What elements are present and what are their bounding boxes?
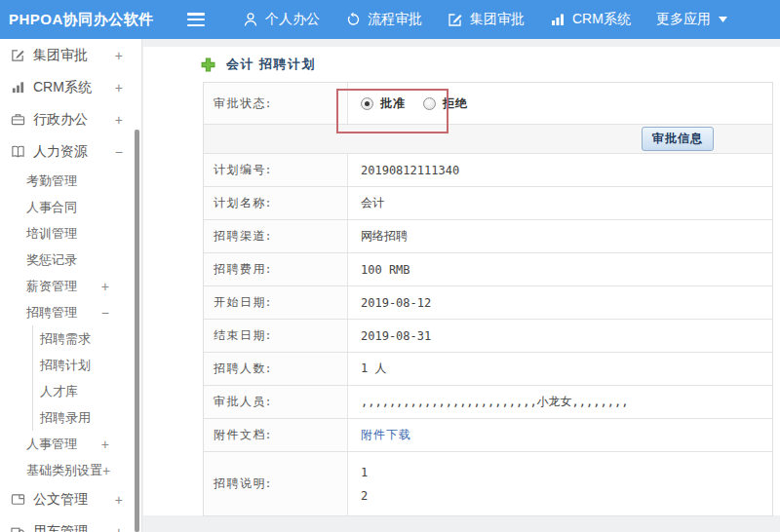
field-value: 1 2: [348, 452, 772, 515]
field-label: 审批状态:: [204, 83, 348, 124]
user-icon: [243, 12, 258, 27]
sidebar-item-base-category[interactable]: 基础类别设置 +: [0, 457, 141, 483]
field-value: 1 人: [348, 353, 772, 385]
field-label: 开始日期:: [204, 286, 348, 319]
table-row: 附件文档: 附件下载: [204, 419, 772, 452]
field-label: 审批人员:: [204, 386, 348, 418]
page-title: 会计 招聘计划: [226, 56, 316, 73]
sidebar-item-salary[interactable]: 薪资管理 +: [0, 273, 141, 299]
sidebar-item-personnel-mgmt[interactable]: 人事管理 +: [0, 431, 141, 457]
sidebar-item-recruit-hire[interactable]: 招聘录用: [33, 404, 141, 431]
field-label: 计划编号:: [204, 154, 348, 186]
breadcrumb: 会计 招聘计划: [201, 56, 316, 73]
edit-icon: [448, 12, 463, 27]
field-value: 100 RMB: [348, 253, 772, 285]
expand-icon[interactable]: +: [115, 112, 123, 128]
radio-approve[interactable]: [361, 97, 373, 110]
nav-label: CRM系统: [572, 11, 631, 28]
main-content: 会计 招聘计划 审批状态: 批准 拒绝 审批信息: [143, 39, 780, 532]
table-row: 审批人员: ,,,,,,,,,,,,,,,,,,,,,,,,,小龙女,,,,,,…: [204, 386, 772, 419]
field-value: 会计: [348, 187, 772, 219]
field-label: 计划名称:: [204, 187, 348, 219]
button-row: 审批信息: [204, 125, 772, 154]
sidebar-item-crm[interactable]: CRM系统 +: [0, 71, 141, 103]
app-window: PHPOA协同办公软件 个人办公 流程审批: [0, 0, 780, 532]
expand-icon[interactable]: +: [115, 48, 123, 63]
radio-reject-label[interactable]: 拒绝: [443, 95, 468, 112]
field-label: 附件文档:: [204, 419, 348, 451]
sidebar-item-group-approval[interactable]: 集团审批 +: [0, 39, 141, 71]
detail-table: 审批状态: 批准 拒绝 审批信息 计划编号: 20190812111340: [203, 82, 773, 516]
status-row: 审批状态: 批准 拒绝: [204, 83, 772, 125]
attachment-download-link[interactable]: 附件下载: [361, 427, 411, 443]
sidebar-item-recruit-demand[interactable]: 招聘需求: [33, 325, 141, 352]
menu-toggle-icon[interactable]: [187, 13, 205, 26]
sidebar-scrollbar[interactable]: [135, 130, 139, 532]
sidebar-item-documents[interactable]: 公文管理 +: [0, 483, 141, 515]
radio-reject[interactable]: [423, 97, 436, 110]
sidebar-item-hr[interactable]: 人力资源 −: [0, 135, 141, 168]
collapse-icon[interactable]: −: [115, 144, 123, 160]
app-logo: PHPOA协同办公软件: [0, 11, 187, 29]
description-line: 2: [361, 484, 368, 508]
nav-workflow-approval[interactable]: 流程审批: [332, 0, 435, 39]
field-label: 招聘说明:: [204, 452, 348, 515]
sidebar-item-admin-office[interactable]: 行政办公 +: [0, 103, 141, 135]
sidebar-item-recruit-mgmt[interactable]: 招聘管理 −: [0, 299, 141, 325]
nav-more-apps[interactable]: 更多应用: [644, 0, 747, 39]
description-line: 1: [361, 461, 368, 484]
expand-icon[interactable]: +: [102, 463, 110, 478]
sidebar-item-training[interactable]: 培训管理: [0, 220, 141, 247]
flow-icon: [345, 12, 361, 27]
sidebar-item-hr-contract[interactable]: 人事合同: [0, 194, 141, 220]
sidebar-item-attendance[interactable]: 考勤管理: [0, 168, 141, 194]
field-value: ,,,,,,,,,,,,,,,,,,,,,,,,,小龙女,,,,,,,,: [348, 386, 772, 418]
sidebar-item-rewards[interactable]: 奖惩记录: [0, 247, 141, 273]
expand-icon[interactable]: +: [101, 437, 109, 452]
field-label: 招聘费用:: [204, 253, 348, 285]
document-icon: [11, 492, 26, 507]
table-row: 结束日期: 2019-08-31: [204, 320, 772, 353]
edit-icon: [11, 48, 26, 62]
caret-down-icon: [719, 17, 727, 22]
table-row: 招聘说明: 1 2: [204, 452, 772, 516]
nav-crm-system[interactable]: CRM系统: [537, 0, 644, 39]
collapse-icon[interactable]: −: [101, 305, 109, 321]
chart-icon: [11, 80, 26, 95]
nav-label: 集团审批: [470, 11, 525, 28]
table-row: 招聘人数: 1 人: [204, 353, 772, 386]
nav-group-approval[interactable]: 集团审批: [435, 0, 537, 39]
sidebar-item-recruit-plan[interactable]: 招聘计划: [33, 352, 141, 378]
briefcase-icon: [11, 112, 26, 127]
expand-icon[interactable]: +: [115, 80, 123, 95]
top-header: PHPOA协同办公软件 个人办公 流程审批: [0, 0, 780, 39]
table-row: 计划编号: 20190812111340: [204, 154, 772, 187]
recruit-submenu: 招聘需求 招聘计划 人才库 招聘录用: [32, 325, 141, 431]
nav-personal-office[interactable]: 个人办公: [230, 0, 332, 39]
sidebar: 集团审批 + CRM系统 + 行政办公 + 人力资源 − 考勤管理: [0, 39, 142, 532]
field-value: 附件下载: [348, 419, 772, 451]
expand-icon[interactable]: +: [101, 279, 109, 294]
expand-icon[interactable]: +: [115, 524, 123, 532]
field-label: 结束日期:: [204, 320, 348, 352]
sidebar-item-vehicle[interactable]: 用车管理 +: [0, 515, 141, 532]
expand-icon[interactable]: +: [115, 492, 123, 508]
status-options: 批准 拒绝: [348, 83, 772, 124]
sidebar-item-talent-pool[interactable]: 人才库: [33, 378, 141, 404]
truck-icon: [11, 524, 26, 532]
book-icon: [11, 144, 26, 159]
approval-info-button[interactable]: 审批信息: [642, 127, 714, 151]
radio-approve-label[interactable]: 批准: [380, 95, 406, 112]
nav-label: 流程审批: [368, 11, 422, 28]
add-icon[interactable]: [201, 57, 215, 72]
table-row: 招聘渠道: 网络招聘: [204, 220, 772, 253]
field-value: 20190812111340: [348, 154, 772, 186]
chart-icon: [550, 12, 566, 27]
nav-label: 更多应用: [656, 11, 711, 28]
table-row: 招聘费用: 100 RMB: [204, 253, 772, 286]
table-row: 计划名称: 会计: [204, 187, 772, 220]
field-value: 网络招聘: [348, 220, 772, 252]
nav-label: 个人办公: [265, 11, 320, 28]
field-value: 2019-08-31: [348, 320, 772, 352]
field-label: 招聘人数:: [204, 353, 348, 385]
